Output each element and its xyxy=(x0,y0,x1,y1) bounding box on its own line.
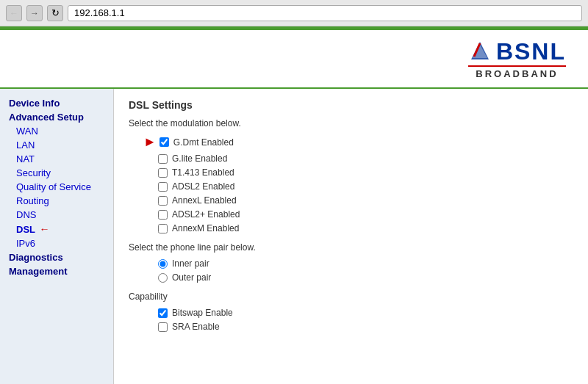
main-layout: Device Info Advanced Setup WAN LAN NAT S… xyxy=(0,89,588,384)
gdmt-label: G.Dmt Enabled xyxy=(173,137,234,148)
annexm-row: AnnexM Enabled xyxy=(129,223,573,233)
modulation-label: Select the modulation below. xyxy=(129,118,573,128)
adsl2-row: ADSL2 Enabled xyxy=(129,181,573,192)
annexm-checkbox[interactable] xyxy=(158,224,168,233)
capability-label: Capability xyxy=(129,291,573,302)
sidebar-item-diagnostics[interactable]: Diagnostics xyxy=(0,250,113,264)
bitswap-row: Bitswap Enable xyxy=(129,308,573,318)
sidebar-item-device-info[interactable]: Device Info xyxy=(0,96,113,110)
annexm-label: AnnexM Enabled xyxy=(172,223,239,233)
adsl2-label: ADSL2 Enabled xyxy=(172,181,234,192)
bitswap-checkbox[interactable] xyxy=(158,308,168,318)
forward-button[interactable]: → xyxy=(26,5,43,21)
bsnl-logo: BSNL BROADBAND xyxy=(468,38,566,79)
sidebar-item-dsl[interactable]: DSL ← xyxy=(0,222,113,236)
adsl2plus-label: ADSL2+ Enabled xyxy=(172,209,240,220)
annexl-row: AnnexL Enabled xyxy=(129,195,573,206)
sra-checkbox[interactable] xyxy=(158,322,168,332)
adsl2-checkbox[interactable] xyxy=(158,182,168,192)
content-area: DSL Settings Select the modulation below… xyxy=(114,89,588,384)
back-button[interactable]: ← xyxy=(6,5,22,21)
brand-name: BSNL xyxy=(496,38,566,65)
inner-pair-row: Inner pair xyxy=(129,258,573,269)
sidebar-item-security[interactable]: Security xyxy=(0,166,113,180)
address-bar[interactable] xyxy=(68,5,582,21)
inner-pair-label: Inner pair xyxy=(172,258,209,269)
t1413-label: T1.413 Enabled xyxy=(172,167,234,178)
adsl2plus-row: ADSL2+ Enabled xyxy=(129,209,573,220)
t1413-checkbox[interactable] xyxy=(158,168,168,178)
dsl-arrow-indicator: ← xyxy=(39,223,49,235)
sidebar-item-qos[interactable]: Quality of Service xyxy=(0,180,113,194)
glite-label: G.lite Enabled xyxy=(172,153,227,164)
sidebar-item-lan[interactable]: LAN xyxy=(0,138,113,152)
sidebar: Device Info Advanced Setup WAN LAN NAT S… xyxy=(0,89,114,384)
sidebar-item-management[interactable]: Management xyxy=(0,264,113,278)
inner-pair-radio[interactable] xyxy=(158,259,168,269)
phone-line-label: Select the phone line pair below. xyxy=(129,242,573,253)
bitswap-label: Bitswap Enable xyxy=(172,308,233,318)
sra-label: SRA Enable xyxy=(172,322,220,332)
outer-pair-row: Outer pair xyxy=(129,272,573,283)
refresh-button[interactable]: ↻ xyxy=(47,5,63,21)
annexl-label: AnnexL Enabled xyxy=(172,195,237,206)
sidebar-item-routing[interactable]: Routing xyxy=(0,194,113,208)
sra-row: SRA Enable xyxy=(129,322,573,332)
gdmt-row: ► G.Dmt Enabled xyxy=(129,134,573,150)
bsnl-icon xyxy=(468,40,492,64)
gdmt-arrow: ► xyxy=(143,134,157,150)
glite-checkbox[interactable] xyxy=(158,154,168,164)
sidebar-item-ipv6[interactable]: IPv6 xyxy=(0,236,113,250)
sidebar-item-advanced-setup[interactable]: Advanced Setup xyxy=(0,110,113,124)
sidebar-item-dns[interactable]: DNS xyxy=(0,208,113,222)
outer-pair-radio[interactable] xyxy=(158,273,168,283)
glite-row: G.lite Enabled xyxy=(129,153,573,164)
page-title: DSL Settings xyxy=(129,99,573,111)
sidebar-item-wan[interactable]: WAN xyxy=(0,124,113,138)
brand-subtitle: BROADBAND xyxy=(468,65,566,79)
gdmt-checkbox[interactable] xyxy=(159,137,169,147)
annexl-checkbox[interactable] xyxy=(158,196,168,206)
t1413-row: T1.413 Enabled xyxy=(129,167,573,178)
adsl2plus-checkbox[interactable] xyxy=(158,210,168,220)
outer-pair-label: Outer pair xyxy=(172,272,211,283)
header: BSNL BROADBAND xyxy=(0,30,588,89)
sidebar-item-nat[interactable]: NAT xyxy=(0,152,113,166)
browser-chrome: ← → ↻ xyxy=(0,0,588,26)
